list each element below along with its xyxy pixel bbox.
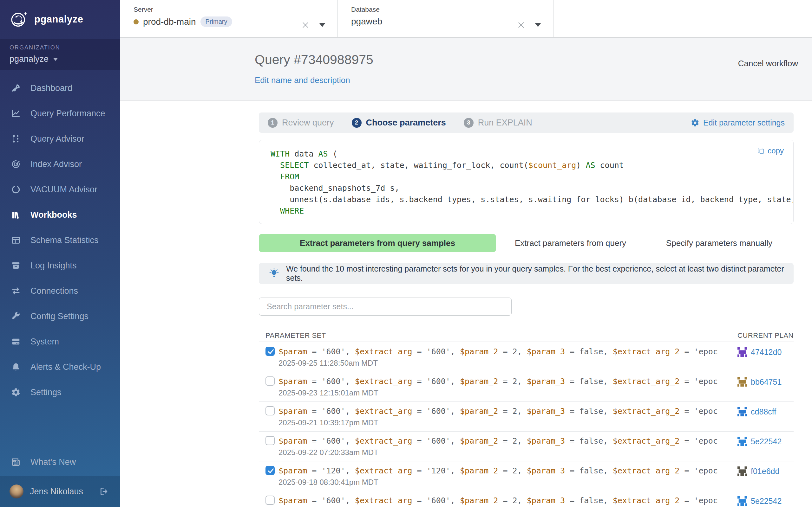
database-label: Database (351, 6, 517, 13)
row-checkbox[interactable] (265, 406, 275, 415)
sidebar-nav: Dashboard Query Performance Query Adviso… (0, 70, 120, 405)
sample-timestamp: 2025-09-23 12:15:01am MDT (278, 389, 738, 397)
sidebar-item-system[interactable]: System (0, 329, 120, 354)
server-selector[interactable]: Server prod-db-main Primary (120, 0, 338, 37)
clear-icon[interactable] (517, 21, 525, 31)
newspaper-icon (11, 457, 21, 467)
org-label: ORGANIZATION (9, 44, 120, 51)
parameter-set-text: $param = '120', $extract_arg = '120', $p… (278, 466, 738, 476)
sidebar-item-whats-new[interactable]: What's New (0, 448, 120, 476)
row-checkbox[interactable] (265, 377, 275, 386)
row-checkbox[interactable] (265, 466, 275, 475)
archive-box-icon (11, 261, 21, 271)
server-stack-icon (11, 337, 21, 347)
plan-link[interactable]: 5e22542 (751, 437, 781, 446)
table-header: PARAMETER SET CURRENT PLAN RUNTIME (259, 330, 794, 342)
tab-extract-from-query[interactable]: Extract parameters from query (496, 238, 645, 248)
sample-timestamp: 2025-09-21 10:39:17pm MDT (278, 418, 738, 427)
sql-preview: copy WITH data AS ( SELECT collected_at,… (259, 140, 794, 224)
sidebar-item-query-performance[interactable]: Query Performance (0, 101, 120, 126)
sidebar-item-settings[interactable]: Settings (0, 380, 120, 405)
sidebar-item-schema-statistics[interactable]: Schema Statistics (0, 228, 120, 253)
table-row: $param = '600', $extract_arg = '600', $p… (259, 342, 794, 372)
gear-icon (691, 118, 699, 127)
plan-link[interactable]: cd88cff (751, 407, 776, 416)
logout-icon[interactable] (99, 487, 109, 497)
rocket-icon (11, 83, 21, 93)
chevron-down-icon[interactable] (318, 22, 326, 29)
sidebar: pganalyze ORGANIZATION pganalyze Dashboa… (0, 0, 120, 507)
plan-identicon (738, 407, 747, 416)
org-switcher[interactable]: ORGANIZATION pganalyze (0, 39, 120, 70)
user-name: Jens Nikolaus (30, 487, 93, 497)
plan-identicon (738, 377, 747, 387)
sidebar-item-dashboard[interactable]: Dashboard (0, 75, 120, 101)
sql-text: WITH data AS ( SELECT collected_at, stat… (270, 148, 782, 217)
col-parameter-set: PARAMETER SET (259, 331, 738, 340)
table-row: $param = '120', $extract_arg = '120', $p… (259, 461, 794, 491)
parameter-set-text: $param = '600', $extract_arg = '600', $p… (278, 436, 738, 446)
row-checkbox[interactable] (265, 436, 275, 445)
wrench-icon (11, 311, 21, 321)
clear-icon[interactable] (301, 21, 310, 31)
lightbulb-icon (268, 268, 280, 279)
app-root: pganalyze ORGANIZATION pganalyze Dashboa… (0, 0, 812, 507)
col-current-plan: CURRENT PLAN (738, 331, 812, 340)
row-checkbox[interactable] (265, 496, 275, 505)
whats-new-label: What's New (31, 457, 76, 467)
books-icon (11, 210, 21, 220)
edit-parameter-settings-link[interactable]: Edit parameter settings (691, 118, 785, 127)
swap-arrows-icon (11, 286, 21, 296)
plan-link[interactable]: 47412d0 (751, 348, 781, 357)
topbar: Server prod-db-main Primary Database pga… (120, 0, 812, 38)
brand-logo[interactable]: pganalyze (0, 0, 120, 39)
parameter-set-table: PARAMETER SET CURRENT PLAN RUNTIME $para… (259, 330, 794, 507)
copy-button[interactable]: copy (757, 147, 784, 155)
primary-badge: Primary (200, 16, 233, 27)
plan-link[interactable]: f01e6dd (751, 467, 779, 476)
table-row: $param = '600', $extract_arg = '600', $p… (259, 432, 794, 461)
steps-bar: 1 Review query 2 Choose parameters 3 Run… (259, 112, 794, 133)
search-input[interactable] (259, 297, 512, 316)
banner-text: We found the 10 most interesting paramet… (286, 264, 784, 283)
sidebar-item-config-settings[interactable]: Config Settings (0, 303, 120, 329)
parameter-set-text: $param = '600', $extract_arg = '600', $p… (278, 377, 738, 387)
info-banner: We found the 10 most interesting paramet… (259, 263, 794, 284)
row-checkbox[interactable] (265, 347, 275, 356)
sidebar-item-query-advisor[interactable]: Query Advisor (0, 126, 120, 152)
workflow-content: 1 Review query 2 Choose parameters 3 Run… (120, 101, 812, 507)
database-selector[interactable]: Database pgaweb (338, 0, 554, 37)
brand-name: pganalyze (34, 14, 83, 25)
parameter-set-text: $param = '600', $extract_arg = '600', $p… (278, 406, 738, 416)
sidebar-item-vacuum-advisor[interactable]: VACUUM Advisor (0, 177, 120, 202)
sample-timestamp: 2025-09-25 11:28:50am MDT (278, 359, 738, 368)
tab-extract-from-samples[interactable]: Extract parameters from query samples (259, 234, 496, 252)
line-chart-icon (11, 108, 21, 118)
edit-name-link[interactable]: Edit name and description (255, 75, 350, 85)
sidebar-item-index-advisor[interactable]: Index Advisor (0, 152, 120, 177)
plan-link[interactable]: bb64751 (751, 377, 781, 387)
plan-link[interactable]: 5e22542 (751, 497, 781, 506)
step-run-explain[interactable]: 3 Run EXPLAIN (464, 118, 532, 128)
database-name: pgaweb (351, 16, 382, 26)
chevron-down-icon[interactable] (534, 22, 542, 29)
sidebar-bottom: What's New Jens Nikolaus (0, 448, 120, 507)
step-choose-parameters[interactable]: 2 Choose parameters (352, 118, 446, 128)
table-grid-icon (11, 235, 21, 245)
sidebar-item-alerts-checkup[interactable]: Alerts & Check-Up (0, 354, 120, 380)
open-circle-icon (11, 184, 21, 194)
sidebar-item-connections[interactable]: Connections (0, 278, 120, 303)
parameter-set-text: $param = '600', $extract_arg = '600', $p… (278, 347, 738, 357)
sidebar-item-log-insights[interactable]: Log Insights (0, 253, 120, 278)
tab-specify-manually[interactable]: Specify parameters manually (645, 238, 794, 248)
step-review-query[interactable]: 1 Review query (268, 118, 334, 128)
user-menu[interactable]: Jens Nikolaus (0, 476, 120, 507)
sample-timestamp: 2025-09-18 08:30:41pm MDT (278, 478, 738, 487)
plan-identicon (738, 496, 747, 506)
query-header: Query #7340988975 Edit name and descript… (120, 38, 812, 101)
table-row: $param = '600', $extract_arg = '600', $p… (259, 372, 794, 402)
cancel-workflow-link[interactable]: Cancel workflow (738, 59, 798, 68)
plan-identicon (738, 347, 747, 357)
parameter-source-tabs: Extract parameters from query samples Ex… (259, 234, 794, 252)
sidebar-item-workbooks[interactable]: Workbooks (0, 202, 120, 228)
